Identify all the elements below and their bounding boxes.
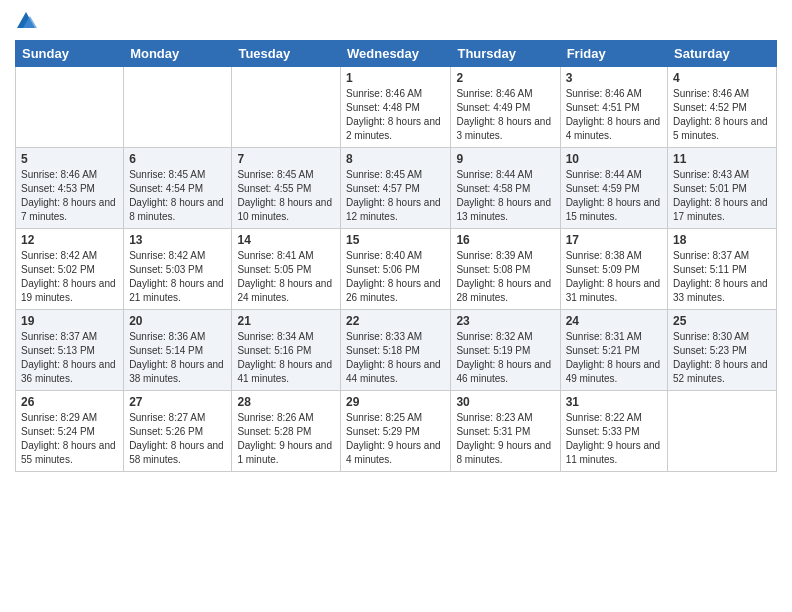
day-info: Sunrise: 8:46 AM Sunset: 4:48 PM Dayligh… bbox=[346, 87, 445, 143]
calendar-cell: 9Sunrise: 8:44 AM Sunset: 4:58 PM Daylig… bbox=[451, 148, 560, 229]
day-info: Sunrise: 8:25 AM Sunset: 5:29 PM Dayligh… bbox=[346, 411, 445, 467]
day-number: 24 bbox=[566, 314, 662, 328]
day-info: Sunrise: 8:40 AM Sunset: 5:06 PM Dayligh… bbox=[346, 249, 445, 305]
calendar-cell: 10Sunrise: 8:44 AM Sunset: 4:59 PM Dayli… bbox=[560, 148, 667, 229]
calendar-cell: 26Sunrise: 8:29 AM Sunset: 5:24 PM Dayli… bbox=[16, 391, 124, 472]
day-info: Sunrise: 8:39 AM Sunset: 5:08 PM Dayligh… bbox=[456, 249, 554, 305]
weekday-row: SundayMondayTuesdayWednesdayThursdayFrid… bbox=[16, 41, 777, 67]
day-info: Sunrise: 8:30 AM Sunset: 5:23 PM Dayligh… bbox=[673, 330, 771, 386]
header bbox=[15, 10, 777, 32]
day-number: 13 bbox=[129, 233, 226, 247]
day-number: 21 bbox=[237, 314, 335, 328]
day-number: 9 bbox=[456, 152, 554, 166]
day-number: 16 bbox=[456, 233, 554, 247]
day-info: Sunrise: 8:31 AM Sunset: 5:21 PM Dayligh… bbox=[566, 330, 662, 386]
calendar-cell: 6Sunrise: 8:45 AM Sunset: 4:54 PM Daylig… bbox=[124, 148, 232, 229]
day-info: Sunrise: 8:37 AM Sunset: 5:11 PM Dayligh… bbox=[673, 249, 771, 305]
day-info: Sunrise: 8:45 AM Sunset: 4:54 PM Dayligh… bbox=[129, 168, 226, 224]
calendar-cell: 4Sunrise: 8:46 AM Sunset: 4:52 PM Daylig… bbox=[668, 67, 777, 148]
day-info: Sunrise: 8:45 AM Sunset: 4:55 PM Dayligh… bbox=[237, 168, 335, 224]
day-number: 6 bbox=[129, 152, 226, 166]
day-number: 15 bbox=[346, 233, 445, 247]
day-number: 26 bbox=[21, 395, 118, 409]
day-info: Sunrise: 8:38 AM Sunset: 5:09 PM Dayligh… bbox=[566, 249, 662, 305]
day-number: 17 bbox=[566, 233, 662, 247]
day-number: 23 bbox=[456, 314, 554, 328]
day-info: Sunrise: 8:46 AM Sunset: 4:53 PM Dayligh… bbox=[21, 168, 118, 224]
calendar-cell: 31Sunrise: 8:22 AM Sunset: 5:33 PM Dayli… bbox=[560, 391, 667, 472]
day-info: Sunrise: 8:34 AM Sunset: 5:16 PM Dayligh… bbox=[237, 330, 335, 386]
day-number: 7 bbox=[237, 152, 335, 166]
calendar-cell bbox=[124, 67, 232, 148]
calendar-cell bbox=[668, 391, 777, 472]
page-container: SundayMondayTuesdayWednesdayThursdayFrid… bbox=[0, 0, 792, 477]
day-number: 20 bbox=[129, 314, 226, 328]
calendar-cell bbox=[232, 67, 341, 148]
day-info: Sunrise: 8:45 AM Sunset: 4:57 PM Dayligh… bbox=[346, 168, 445, 224]
day-number: 10 bbox=[566, 152, 662, 166]
day-info: Sunrise: 8:42 AM Sunset: 5:03 PM Dayligh… bbox=[129, 249, 226, 305]
calendar-week-3: 12Sunrise: 8:42 AM Sunset: 5:02 PM Dayli… bbox=[16, 229, 777, 310]
calendar-cell: 18Sunrise: 8:37 AM Sunset: 5:11 PM Dayli… bbox=[668, 229, 777, 310]
calendar-cell: 2Sunrise: 8:46 AM Sunset: 4:49 PM Daylig… bbox=[451, 67, 560, 148]
day-info: Sunrise: 8:23 AM Sunset: 5:31 PM Dayligh… bbox=[456, 411, 554, 467]
day-number: 2 bbox=[456, 71, 554, 85]
day-info: Sunrise: 8:46 AM Sunset: 4:51 PM Dayligh… bbox=[566, 87, 662, 143]
calendar-cell: 22Sunrise: 8:33 AM Sunset: 5:18 PM Dayli… bbox=[341, 310, 451, 391]
calendar-cell: 25Sunrise: 8:30 AM Sunset: 5:23 PM Dayli… bbox=[668, 310, 777, 391]
day-number: 8 bbox=[346, 152, 445, 166]
day-number: 14 bbox=[237, 233, 335, 247]
day-number: 29 bbox=[346, 395, 445, 409]
calendar-cell: 14Sunrise: 8:41 AM Sunset: 5:05 PM Dayli… bbox=[232, 229, 341, 310]
weekday-header-tuesday: Tuesday bbox=[232, 41, 341, 67]
logo-icon bbox=[15, 10, 37, 32]
calendar-header: SundayMondayTuesdayWednesdayThursdayFrid… bbox=[16, 41, 777, 67]
calendar-body: 1Sunrise: 8:46 AM Sunset: 4:48 PM Daylig… bbox=[16, 67, 777, 472]
day-number: 22 bbox=[346, 314, 445, 328]
calendar-cell: 29Sunrise: 8:25 AM Sunset: 5:29 PM Dayli… bbox=[341, 391, 451, 472]
calendar-cell: 21Sunrise: 8:34 AM Sunset: 5:16 PM Dayli… bbox=[232, 310, 341, 391]
day-info: Sunrise: 8:44 AM Sunset: 4:59 PM Dayligh… bbox=[566, 168, 662, 224]
calendar-cell: 1Sunrise: 8:46 AM Sunset: 4:48 PM Daylig… bbox=[341, 67, 451, 148]
day-info: Sunrise: 8:42 AM Sunset: 5:02 PM Dayligh… bbox=[21, 249, 118, 305]
logo bbox=[15, 10, 41, 32]
calendar-cell: 17Sunrise: 8:38 AM Sunset: 5:09 PM Dayli… bbox=[560, 229, 667, 310]
calendar-cell: 30Sunrise: 8:23 AM Sunset: 5:31 PM Dayli… bbox=[451, 391, 560, 472]
calendar-cell: 16Sunrise: 8:39 AM Sunset: 5:08 PM Dayli… bbox=[451, 229, 560, 310]
calendar-cell: 23Sunrise: 8:32 AM Sunset: 5:19 PM Dayli… bbox=[451, 310, 560, 391]
day-info: Sunrise: 8:29 AM Sunset: 5:24 PM Dayligh… bbox=[21, 411, 118, 467]
day-info: Sunrise: 8:22 AM Sunset: 5:33 PM Dayligh… bbox=[566, 411, 662, 467]
day-info: Sunrise: 8:37 AM Sunset: 5:13 PM Dayligh… bbox=[21, 330, 118, 386]
day-info: Sunrise: 8:36 AM Sunset: 5:14 PM Dayligh… bbox=[129, 330, 226, 386]
day-info: Sunrise: 8:43 AM Sunset: 5:01 PM Dayligh… bbox=[673, 168, 771, 224]
day-number: 18 bbox=[673, 233, 771, 247]
day-number: 3 bbox=[566, 71, 662, 85]
day-info: Sunrise: 8:41 AM Sunset: 5:05 PM Dayligh… bbox=[237, 249, 335, 305]
calendar-cell: 24Sunrise: 8:31 AM Sunset: 5:21 PM Dayli… bbox=[560, 310, 667, 391]
calendar-cell: 28Sunrise: 8:26 AM Sunset: 5:28 PM Dayli… bbox=[232, 391, 341, 472]
day-number: 30 bbox=[456, 395, 554, 409]
day-info: Sunrise: 8:44 AM Sunset: 4:58 PM Dayligh… bbox=[456, 168, 554, 224]
calendar-week-4: 19Sunrise: 8:37 AM Sunset: 5:13 PM Dayli… bbox=[16, 310, 777, 391]
day-info: Sunrise: 8:27 AM Sunset: 5:26 PM Dayligh… bbox=[129, 411, 226, 467]
calendar-cell: 11Sunrise: 8:43 AM Sunset: 5:01 PM Dayli… bbox=[668, 148, 777, 229]
day-number: 31 bbox=[566, 395, 662, 409]
calendar-cell: 27Sunrise: 8:27 AM Sunset: 5:26 PM Dayli… bbox=[124, 391, 232, 472]
day-info: Sunrise: 8:46 AM Sunset: 4:52 PM Dayligh… bbox=[673, 87, 771, 143]
day-info: Sunrise: 8:33 AM Sunset: 5:18 PM Dayligh… bbox=[346, 330, 445, 386]
calendar-cell: 15Sunrise: 8:40 AM Sunset: 5:06 PM Dayli… bbox=[341, 229, 451, 310]
calendar-table: SundayMondayTuesdayWednesdayThursdayFrid… bbox=[15, 40, 777, 472]
day-number: 19 bbox=[21, 314, 118, 328]
weekday-header-friday: Friday bbox=[560, 41, 667, 67]
day-number: 28 bbox=[237, 395, 335, 409]
calendar-cell: 5Sunrise: 8:46 AM Sunset: 4:53 PM Daylig… bbox=[16, 148, 124, 229]
day-number: 27 bbox=[129, 395, 226, 409]
day-info: Sunrise: 8:26 AM Sunset: 5:28 PM Dayligh… bbox=[237, 411, 335, 467]
calendar-cell: 12Sunrise: 8:42 AM Sunset: 5:02 PM Dayli… bbox=[16, 229, 124, 310]
calendar-week-5: 26Sunrise: 8:29 AM Sunset: 5:24 PM Dayli… bbox=[16, 391, 777, 472]
weekday-header-wednesday: Wednesday bbox=[341, 41, 451, 67]
calendar-cell: 7Sunrise: 8:45 AM Sunset: 4:55 PM Daylig… bbox=[232, 148, 341, 229]
calendar-cell: 3Sunrise: 8:46 AM Sunset: 4:51 PM Daylig… bbox=[560, 67, 667, 148]
weekday-header-thursday: Thursday bbox=[451, 41, 560, 67]
calendar-cell: 20Sunrise: 8:36 AM Sunset: 5:14 PM Dayli… bbox=[124, 310, 232, 391]
